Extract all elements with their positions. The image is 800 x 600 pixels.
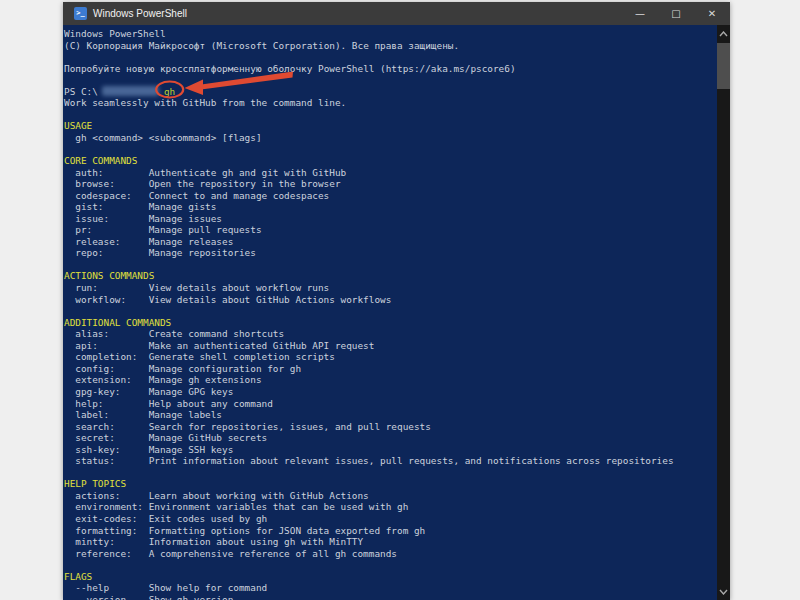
blank-line — [64, 305, 730, 317]
command-entry: issue:Manage issues — [64, 213, 730, 225]
close-button[interactable]: ✕ — [694, 2, 730, 25]
usage-syntax: gh <command> <subcommand> [flags] — [64, 132, 730, 144]
blank-line — [64, 74, 730, 86]
command-entry: extension:Manage gh extensions — [64, 374, 730, 386]
command-entry: actions:Learn about working with GitHub … — [64, 490, 730, 502]
command-entry: status:Print information about relevant … — [64, 455, 730, 467]
command-entry: help:Help about any command — [64, 398, 730, 410]
command-entry: reference:A comprehensive reference of a… — [64, 548, 730, 560]
terminal-text: Windows PowerShell(C) Корпорация Майкрос… — [64, 28, 730, 600]
scroll-up-icon[interactable] — [717, 27, 730, 41]
blank-line — [64, 143, 730, 155]
typed-command: gh — [164, 86, 175, 97]
blank-line — [64, 259, 730, 271]
powershell-window: >_ Windows PowerShell — □ ✕ Windows Powe… — [63, 2, 730, 600]
command-entry: workflow:View details about GitHub Actio… — [64, 294, 730, 306]
powershell-icon: >_ — [74, 7, 87, 20]
section-header: CORE COMMANDS — [64, 155, 730, 167]
command-entry: repo:Manage repositories — [64, 247, 730, 259]
banner-line: Попробуйте новую кроссплатформенную обол… — [64, 63, 730, 75]
command-entry: environment:Environment variables that c… — [64, 501, 730, 513]
command-entry: search:Search for repositories, issues, … — [64, 421, 730, 433]
blank-line — [64, 467, 730, 479]
blank-line — [64, 559, 730, 571]
command-entry: auth:Authenticate gh and git with GitHub — [64, 167, 730, 179]
command-entry: run:View details about workflow runs — [64, 282, 730, 294]
section-header: HELP TOPICS — [64, 478, 730, 490]
command-entry: browse:Open the repository in the browse… — [64, 178, 730, 190]
banner-line: Windows PowerShell — [64, 28, 730, 40]
command-entry: api:Make an authenticated GitHub API req… — [64, 340, 730, 352]
command-entry: label:Manage labels — [64, 409, 730, 421]
command-entry: config:Manage configuration for gh — [64, 363, 730, 375]
gh-tagline: Work seamlessly with GitHub from the com… — [64, 97, 730, 109]
command-entry: secret:Manage GitHub secrets — [64, 432, 730, 444]
redacted-path — [102, 86, 159, 96]
section-header: USAGE — [64, 120, 730, 132]
command-entry: --helpShow help for command — [64, 582, 730, 594]
banner-line: (C) Корпорация Майкрософт (Microsoft Cor… — [64, 40, 730, 52]
command-entry: gist:Manage gists — [64, 201, 730, 213]
command-entry: pr:Manage pull requests — [64, 224, 730, 236]
console-output[interactable]: Windows PowerShell(C) Корпорация Майкрос… — [63, 25, 730, 600]
section-header: ADDITIONAL COMMANDS — [64, 317, 730, 329]
blank-line — [64, 51, 730, 63]
minimize-button[interactable]: — — [622, 2, 658, 25]
command-entry: release:Manage releases — [64, 236, 730, 248]
titlebar[interactable]: >_ Windows PowerShell — □ ✕ — [63, 2, 730, 25]
window-controls: — □ ✕ — [622, 2, 730, 25]
desktop: >_ Windows PowerShell — □ ✕ Windows Powe… — [0, 0, 800, 600]
maximize-button[interactable]: □ — [658, 2, 694, 25]
command-entry: --versionShow gh version — [64, 594, 730, 600]
command-entry: exit-codes:Exit codes used by gh — [64, 513, 730, 525]
window-title: Windows PowerShell — [93, 8, 187, 19]
scrollbar-thumb[interactable] — [717, 43, 730, 89]
scrollbar[interactable] — [717, 25, 730, 600]
command-entry: codespace:Connect to and manage codespac… — [64, 190, 730, 202]
command-entry: formatting:Formatting options for JSON d… — [64, 525, 730, 537]
command-entry: ssh-key:Manage SSH keys — [64, 444, 730, 456]
command-entry: alias:Create command shortcuts — [64, 328, 730, 340]
command-entry: gpg-key:Manage GPG keys — [64, 386, 730, 398]
blank-line — [64, 109, 730, 121]
section-header: FLAGS — [64, 571, 730, 583]
command-entry: mintty:Information about using gh with M… — [64, 536, 730, 548]
command-entry: completion:Generate shell completion scr… — [64, 351, 730, 363]
section-header: ACTIONS COMMANDS — [64, 270, 730, 282]
scroll-down-icon[interactable] — [717, 585, 730, 599]
prompt-line: PS C:\gh — [64, 86, 730, 98]
